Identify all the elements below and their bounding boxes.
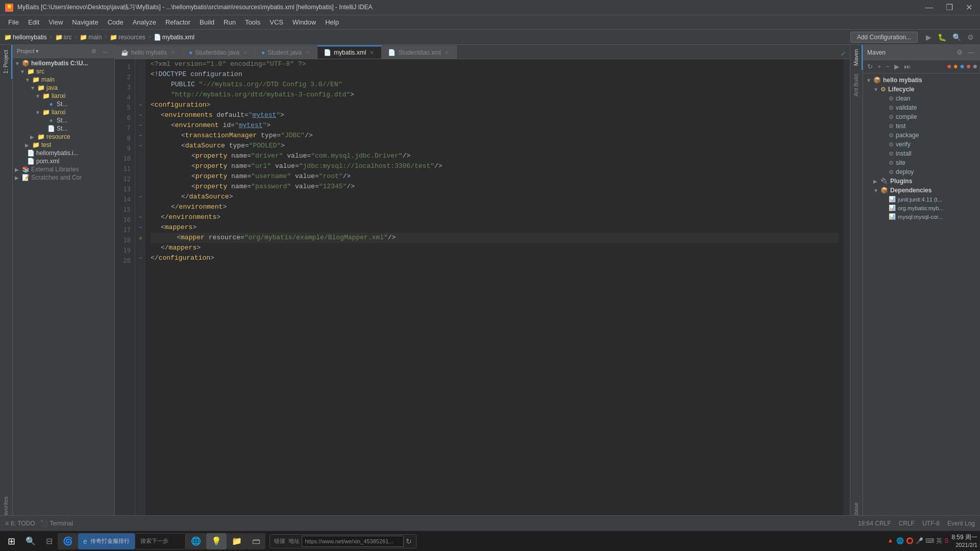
- maven-lifecycle-test[interactable]: ⚙ test: [863, 121, 980, 131]
- maven-deps-header[interactable]: ▼ 📦 Dependencies: [863, 186, 980, 195]
- tree-item-external-libs[interactable]: ▶ 📚 External Libraries: [13, 165, 114, 173]
- maven-skip-tests-button[interactable]: ⏭: [902, 62, 912, 71]
- menu-navigate[interactable]: Navigate: [68, 17, 102, 28]
- breadcrumb-main[interactable]: 📁 main: [80, 34, 102, 41]
- add-configuration-button[interactable]: Add Configuration...: [850, 32, 918, 43]
- menu-code[interactable]: Code: [104, 17, 128, 28]
- url-refresh-button[interactable]: ↻: [406, 537, 412, 545]
- tree-item-test[interactable]: ▶ 📁 test: [13, 141, 114, 149]
- tab-close-studentdao[interactable]: ✕: [242, 49, 249, 56]
- terminal-button[interactable]: ⬛ Terminal: [40, 520, 73, 527]
- maven-lifecycle-clean[interactable]: ⚙ clean: [863, 94, 980, 103]
- tab-student-java[interactable]: ● Student.java ✕: [255, 45, 317, 59]
- maven-lifecycle-header[interactable]: ▼ ⚙ Lifecycle: [863, 85, 980, 94]
- menu-window[interactable]: Window: [288, 17, 320, 28]
- maven-dep-mybatis[interactable]: 📊 org.mybatis:myb...: [863, 204, 980, 212]
- tree-item-resource[interactable]: ▶ 📁 resource: [13, 133, 114, 141]
- tree-item-main[interactable]: ▼ 📁 main: [13, 76, 114, 84]
- tree-item-student3[interactable]: 📄 St...: [13, 124, 114, 133]
- debug-button[interactable]: 🐛: [936, 32, 948, 42]
- taskview-button[interactable]: ⊟: [41, 533, 58, 549]
- url-input[interactable]: [305, 538, 401, 544]
- maven-lifecycle-site[interactable]: ⚙ site: [863, 158, 980, 167]
- start-button[interactable]: ⊞: [3, 533, 20, 549]
- tab-close-student[interactable]: ✕: [304, 49, 311, 56]
- gutter-6[interactable]: −: [135, 110, 145, 120]
- sidebar-tab-project[interactable]: 1: Project: [0, 45, 12, 79]
- tree-item-scratches[interactable]: ▶ 📝 Scratches and Cor: [13, 173, 114, 182]
- tab-studentdao-java[interactable]: ● Studentdao.java ✕: [183, 45, 255, 59]
- tab-studentdao-xml[interactable]: 📄 Studentdao.xml ✕: [382, 45, 456, 59]
- tree-item-src[interactable]: ▼ 📁 src: [13, 67, 114, 76]
- code-area[interactable]: <?xml version="1.0" encoding="UTF-8" ?> …: [145, 59, 844, 519]
- sidebar-tab-maven[interactable]: Maven: [850, 45, 863, 70]
- task-misc[interactable]: 🗃: [247, 533, 265, 549]
- task-search-box[interactable]: 搜索下一步: [135, 533, 186, 549]
- breadcrumb-hellomybatis[interactable]: 📁 hellomybatis: [4, 34, 47, 41]
- tree-item-pomxml[interactable]: 📄 pom.xml: [13, 157, 114, 165]
- maximize-button[interactable]: ❐: [943, 3, 955, 12]
- maven-run-button[interactable]: ▶: [893, 62, 901, 71]
- project-settings-button[interactable]: ⚙: [89, 47, 99, 56]
- gutter-8[interactable]: −: [135, 131, 145, 141]
- tree-item-student1[interactable]: ● St...: [13, 100, 114, 108]
- tab-mybatis-xml[interactable]: 📄 mybatis.xml ✕: [317, 45, 382, 59]
- search-button[interactable]: 🔍: [20, 533, 41, 549]
- maven-add-button[interactable]: +: [876, 62, 883, 71]
- tree-item-student2[interactable]: ● St...: [13, 116, 114, 124]
- gutter-16[interactable]: −: [135, 212, 145, 222]
- maven-dep-mysql[interactable]: 📊 mysql:mysql-cor...: [863, 212, 980, 221]
- tab-close-mybatis[interactable]: ✕: [369, 49, 375, 56]
- task-intellij[interactable]: 💡: [206, 533, 227, 549]
- tree-item-java[interactable]: ▼ 📁 java: [13, 84, 114, 92]
- gutter-5[interactable]: −: [135, 100, 145, 110]
- settings-button[interactable]: ⚙: [965, 32, 976, 42]
- menu-tools[interactable]: Tools: [241, 17, 264, 28]
- task-ie[interactable]: e 传奇打金服排行: [78, 533, 135, 549]
- breadcrumb-mybatisxml[interactable]: 📄 mybatis.xml: [154, 34, 194, 41]
- minimize-button[interactable]: —: [922, 3, 936, 12]
- maven-dep-junit[interactable]: 📊 junit:junit:4.11 (t...: [863, 195, 980, 204]
- event-log-button[interactable]: Event Log: [947, 520, 975, 527]
- gutter-7[interactable]: −: [135, 120, 145, 131]
- maven-lifecycle-validate[interactable]: ⚙ validate: [863, 103, 980, 112]
- maven-settings-button[interactable]: ⚙: [955, 47, 964, 57]
- tab-hello-mybatis[interactable]: ☕ hello mybatis ✕: [115, 45, 183, 59]
- menu-build[interactable]: Build: [195, 17, 218, 28]
- tree-item-lianxi2[interactable]: ▼ 📁 lianxi: [13, 108, 114, 116]
- tree-item-hellomybatis-iml[interactable]: 📄 hellomybatis.i...: [13, 149, 114, 157]
- maven-root[interactable]: ▼ 📦 hello mybatis: [863, 76, 980, 85]
- scroll-ruler[interactable]: [844, 59, 850, 519]
- search-everywhere-button[interactable]: 🔍: [950, 32, 963, 42]
- tab-close-studentdaoxml[interactable]: ✕: [444, 49, 450, 56]
- maven-minimize-button[interactable]: —: [966, 47, 976, 57]
- task-winstore[interactable]: 🌀: [58, 533, 78, 549]
- maven-lifecycle-install[interactable]: ⚙ install: [863, 149, 980, 158]
- menu-edit[interactable]: Edit: [24, 17, 43, 28]
- editor-content[interactable]: 1 2 3 4 5 6 7 8 9 10 11 12 13 14 15 16 1…: [115, 59, 850, 519]
- gutter-9[interactable]: −: [135, 141, 145, 151]
- menu-help[interactable]: Help: [321, 17, 343, 28]
- maven-refresh-button[interactable]: ↻: [866, 62, 874, 71]
- breadcrumb-resources[interactable]: 📁 resources: [110, 34, 145, 41]
- menu-view[interactable]: View: [44, 17, 67, 28]
- menu-analyze[interactable]: Analyze: [129, 17, 160, 28]
- menu-vcs[interactable]: VCS: [265, 17, 287, 28]
- gutter-14[interactable]: −: [135, 192, 145, 202]
- tree-item-root[interactable]: ▼ 📦 hellomybatis C:\U...: [13, 59, 114, 67]
- task-browser[interactable]: 🌐: [186, 533, 206, 549]
- run-button[interactable]: ▶: [924, 32, 934, 42]
- task-explorer[interactable]: 📁: [227, 533, 247, 549]
- tree-item-lianxi1[interactable]: ▼ 📁 lianxi: [13, 92, 114, 100]
- gutter-20[interactable]: −: [135, 253, 145, 263]
- breadcrumb-src[interactable]: 📁 src: [55, 34, 72, 41]
- maven-lifecycle-compile[interactable]: ⚙ compile: [863, 112, 980, 121]
- tab-close-hello[interactable]: ✕: [169, 49, 176, 56]
- project-minimize-button[interactable]: —: [101, 47, 110, 56]
- todo-button[interactable]: ≡ 6: TODO: [5, 520, 35, 527]
- menu-refactor[interactable]: Refactor: [161, 17, 194, 28]
- sidebar-tab-ant-build[interactable]: Ant Build: [850, 70, 863, 101]
- maven-lifecycle-verify[interactable]: ⚙ verify: [863, 140, 980, 149]
- maven-lifecycle-package[interactable]: ⚙ package: [863, 131, 980, 140]
- menu-run[interactable]: Run: [219, 17, 240, 28]
